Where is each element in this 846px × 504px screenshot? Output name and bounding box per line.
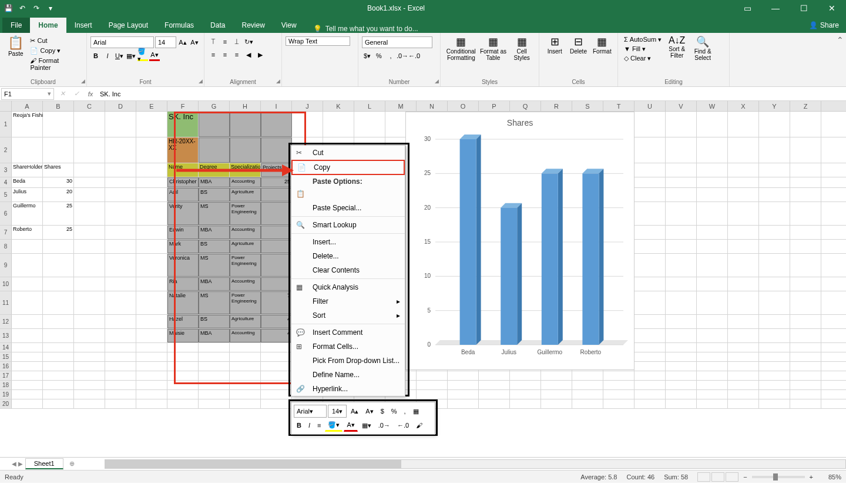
menu-delete[interactable]: Delete...: [291, 249, 405, 263]
cell[interactable]: [634, 177, 666, 187]
cell[interactable]: [136, 202, 167, 225]
cell[interactable]: [728, 137, 759, 163]
cell[interactable]: [634, 137, 666, 163]
cell[interactable]: [43, 352, 74, 361]
cell[interactable]: [448, 381, 479, 389]
cell[interactable]: [759, 163, 790, 177]
cell[interactable]: [43, 381, 74, 389]
cell[interactable]: [697, 137, 728, 163]
cell[interactable]: [105, 112, 136, 137]
cell[interactable]: [136, 329, 167, 342]
cell[interactable]: [74, 188, 105, 201]
cell[interactable]: 7: [261, 291, 292, 314]
row-header-19[interactable]: 19: [0, 390, 12, 399]
cell[interactable]: [634, 352, 666, 361]
col-header-C[interactable]: C: [74, 101, 105, 111]
tab-formulas[interactable]: Formulas: [156, 18, 202, 33]
cell[interactable]: [759, 399, 790, 408]
cell[interactable]: [728, 202, 759, 225]
cell[interactable]: [728, 343, 759, 352]
cell[interactable]: [697, 315, 728, 328]
cell[interactable]: [105, 226, 136, 239]
decimal-dec-icon[interactable]: ←.0: [409, 51, 419, 61]
cell[interactable]: [199, 390, 230, 399]
cell[interactable]: [759, 291, 790, 314]
cell[interactable]: [634, 315, 666, 328]
cell[interactable]: [634, 254, 666, 277]
cell[interactable]: [728, 329, 759, 342]
page-layout-view-icon[interactable]: [711, 472, 724, 482]
row-header-13[interactable]: 13: [0, 329, 12, 342]
wrap-text-button[interactable]: Wrap Text: [286, 36, 350, 46]
number-format-combo[interactable]: General: [362, 36, 432, 48]
cell[interactable]: Power Engineering: [230, 202, 261, 225]
cell[interactable]: [666, 362, 697, 371]
cell[interactable]: [666, 371, 697, 380]
menu-define-name[interactable]: Define Name...: [291, 368, 405, 382]
cell[interactable]: [666, 163, 697, 177]
cell[interactable]: [12, 371, 43, 380]
row-header-12[interactable]: 12: [0, 315, 12, 328]
cell[interactable]: [74, 177, 105, 187]
cell[interactable]: [510, 390, 541, 399]
cell[interactable]: [105, 163, 136, 177]
row-header-16[interactable]: 16: [0, 362, 12, 371]
row-header-6[interactable]: 6: [0, 202, 12, 225]
indent-dec-icon[interactable]: ◀: [243, 49, 254, 60]
cell[interactable]: [167, 343, 199, 352]
font-launcher-icon[interactable]: ◢: [199, 78, 203, 84]
cell[interactable]: [74, 390, 105, 399]
cell[interactable]: [697, 352, 728, 361]
cell[interactable]: Accounting: [230, 177, 261, 187]
cell[interactable]: [74, 277, 105, 291]
row-header-2[interactable]: 2: [0, 137, 12, 163]
fill-button[interactable]: ▼ Fill ▾: [622, 45, 664, 53]
cell[interactable]: [634, 329, 666, 342]
cell[interactable]: [634, 163, 666, 177]
cell[interactable]: 25: [261, 177, 292, 187]
cell[interactable]: [105, 137, 136, 163]
cell[interactable]: [261, 226, 292, 239]
cell[interactable]: [230, 112, 261, 137]
cell[interactable]: BS: [199, 188, 230, 201]
cell[interactable]: [199, 371, 230, 380]
share-button[interactable]: 👤 Share: [802, 18, 846, 33]
font-size-combo[interactable]: 14: [155, 36, 176, 48]
cell[interactable]: [728, 291, 759, 314]
cell[interactable]: [759, 277, 790, 291]
cell[interactable]: [634, 277, 666, 291]
decrease-font-icon[interactable]: A▾: [189, 37, 200, 48]
cell[interactable]: [230, 343, 261, 352]
cell[interactable]: [759, 240, 790, 253]
row-header-11[interactable]: 11: [0, 291, 12, 314]
cell[interactable]: [136, 226, 167, 239]
cell[interactable]: [572, 399, 603, 408]
cell[interactable]: Edwin: [167, 226, 199, 239]
fill-color-button[interactable]: 🪣▾: [137, 51, 148, 61]
cell[interactable]: [12, 343, 43, 352]
normal-view-icon[interactable]: [697, 472, 710, 482]
horizontal-scrollbar[interactable]: [105, 459, 846, 469]
col-header-M[interactable]: M: [385, 101, 417, 111]
cell[interactable]: [697, 329, 728, 342]
sheet-nav[interactable]: ◀ ▶: [12, 461, 23, 467]
cell[interactable]: [759, 202, 790, 225]
cell[interactable]: [136, 137, 167, 163]
mini-border-button[interactable]: ▦▾: [359, 419, 374, 432]
cell[interactable]: [697, 399, 728, 408]
row-header-14[interactable]: 14: [0, 343, 12, 352]
col-header-D[interactable]: D: [105, 101, 136, 111]
align-middle-icon[interactable]: ≡: [220, 36, 230, 47]
cell[interactable]: [167, 362, 199, 371]
cell[interactable]: [728, 371, 759, 380]
delete-cells-button[interactable]: ⊟Delete: [566, 34, 590, 78]
cell[interactable]: [261, 399, 292, 408]
cell[interactable]: [230, 371, 261, 380]
menu-hyperlink[interactable]: 🔗Hyperlink...: [291, 382, 405, 396]
cell[interactable]: [666, 226, 697, 239]
menu-insert-comment[interactable]: 💬Insert Comment: [291, 325, 405, 340]
col-header-F[interactable]: F: [167, 101, 199, 111]
cell[interactable]: [759, 137, 790, 163]
cell[interactable]: [666, 188, 697, 201]
cell[interactable]: [697, 254, 728, 277]
